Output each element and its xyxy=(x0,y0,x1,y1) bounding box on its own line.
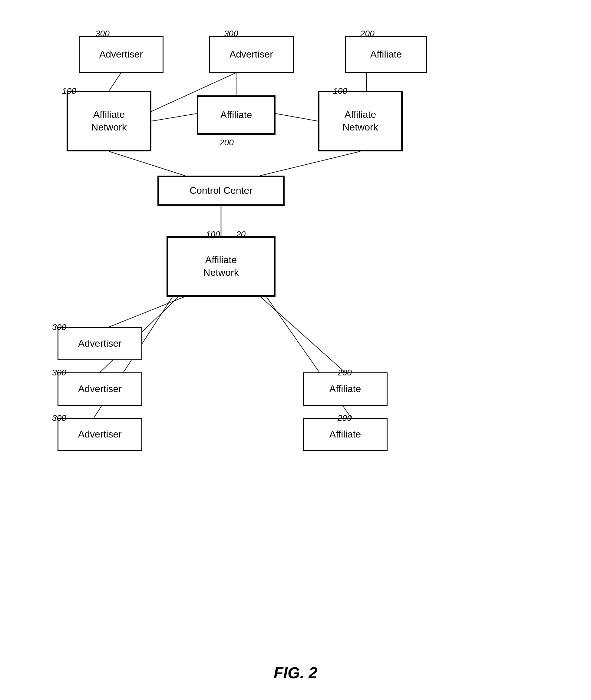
label-300-3: 300 xyxy=(52,322,66,332)
label-100-3: 100 xyxy=(206,230,220,239)
advertiser4-box: Advertiser xyxy=(58,372,142,406)
svg-line-12 xyxy=(260,297,345,372)
label-200-1: 200 xyxy=(360,29,375,39)
affiliate-mid-box: Affiliate xyxy=(197,96,275,135)
diagram: Advertiser Advertiser Affiliate Affiliat… xyxy=(49,18,539,654)
advertiser5-box: Advertiser xyxy=(58,418,142,451)
figure-caption: FIG. 2 xyxy=(274,664,317,682)
svg-line-6 xyxy=(109,151,185,176)
affiliate-network-left-box: AffiliateNetwork xyxy=(67,91,151,151)
label-20: 20 xyxy=(236,230,246,239)
affiliate-top-box: Affiliate xyxy=(345,36,427,73)
label-200-2: 200 xyxy=(219,138,234,147)
affiliate-network-main-box: AffiliateNetwork xyxy=(167,236,275,297)
affiliate-network-right-box: AffiliateNetwork xyxy=(318,91,403,151)
advertiser3-box: Advertiser xyxy=(58,327,142,360)
label-300-2: 300 xyxy=(224,29,238,39)
svg-line-9 xyxy=(109,297,185,327)
label-300-1: 300 xyxy=(95,29,110,39)
advertiser2-box: Advertiser xyxy=(209,36,294,73)
svg-line-0 xyxy=(109,73,121,91)
svg-line-7 xyxy=(260,151,360,176)
svg-line-5 xyxy=(275,114,318,121)
advertiser1-box: Advertiser xyxy=(79,36,163,73)
label-100-1: 100 xyxy=(62,86,76,96)
control-center-box: Control Center xyxy=(157,176,284,206)
label-200-4: 200 xyxy=(338,413,352,423)
label-300-5: 300 xyxy=(52,413,66,423)
label-100-2: 100 xyxy=(333,86,347,96)
label-200-3: 200 xyxy=(338,368,352,378)
label-300-4: 300 xyxy=(52,368,66,378)
svg-line-4 xyxy=(151,114,197,121)
